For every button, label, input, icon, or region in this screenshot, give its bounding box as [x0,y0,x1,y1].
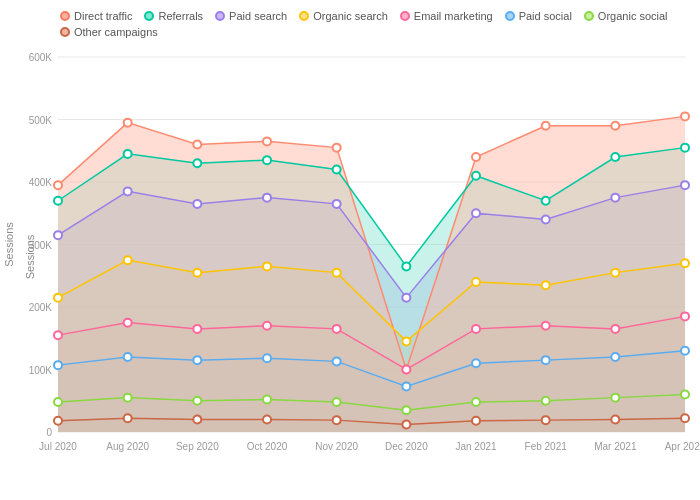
svg-point-73 [611,325,619,333]
legend-item-direct-traffic: Direct traffic [60,10,132,22]
svg-point-70 [402,366,410,374]
svg-point-65 [54,331,62,339]
svg-point-88 [263,396,271,404]
svg-point-64 [681,259,689,267]
svg-point-77 [193,356,201,364]
svg-point-75 [54,361,62,369]
chart-svg: 0100K200K300K400K500K600KJul 2020Aug 202… [0,42,700,472]
svg-point-81 [472,359,480,367]
svg-point-72 [542,322,550,330]
svg-point-32 [542,122,550,130]
svg-point-79 [333,357,341,365]
svg-point-87 [193,397,201,405]
svg-text:Feb 2021: Feb 2021 [525,441,568,452]
svg-point-69 [333,325,341,333]
svg-point-38 [263,156,271,164]
svg-point-71 [472,325,480,333]
svg-text:Mar 2021: Mar 2021 [594,441,637,452]
svg-point-101 [472,417,480,425]
legend-item-referrals: Referrals [144,10,203,22]
svg-text:Dec 2020: Dec 2020 [385,441,428,452]
svg-point-26 [124,119,132,127]
svg-point-90 [402,406,410,414]
svg-point-96 [124,414,132,422]
svg-point-78 [263,354,271,362]
svg-text:Apr 2021: Apr 2021 [665,441,700,452]
svg-point-44 [681,144,689,152]
svg-text:100K: 100K [29,365,53,376]
svg-point-89 [333,398,341,406]
svg-point-35 [54,197,62,205]
svg-point-60 [402,337,410,345]
legend: Direct trafficReferralsPaid searchOrgani… [0,0,700,42]
svg-point-48 [263,194,271,202]
svg-point-97 [193,416,201,424]
svg-point-76 [124,353,132,361]
svg-point-57 [193,269,201,277]
svg-point-36 [124,150,132,158]
svg-point-34 [681,112,689,120]
svg-point-47 [193,200,201,208]
svg-point-100 [402,421,410,429]
svg-text:600K: 600K [29,52,53,63]
svg-point-95 [54,417,62,425]
legend-item-paid-search: Paid search [215,10,287,22]
svg-point-55 [54,294,62,302]
svg-point-28 [263,137,271,145]
svg-point-50 [402,294,410,302]
svg-text:Oct 2020: Oct 2020 [247,441,288,452]
svg-point-103 [611,416,619,424]
svg-point-25 [54,181,62,189]
svg-text:Sep 2020: Sep 2020 [176,441,219,452]
svg-text:500K: 500K [29,115,53,126]
svg-point-85 [54,398,62,406]
svg-point-61 [472,278,480,286]
svg-text:Jan 2021: Jan 2021 [455,441,497,452]
svg-point-74 [681,312,689,320]
svg-point-63 [611,269,619,277]
svg-point-93 [611,394,619,402]
svg-point-52 [542,216,550,224]
svg-text:Jul 2020: Jul 2020 [39,441,77,452]
legend-item-other-campaigns: Other campaigns [60,26,158,38]
svg-point-104 [681,414,689,422]
svg-point-53 [611,194,619,202]
svg-point-82 [542,356,550,364]
svg-point-41 [472,172,480,180]
legend-item-email-marketing: Email marketing [400,10,493,22]
svg-point-66 [124,319,132,327]
chart-container: Direct trafficReferralsPaid searchOrgani… [0,0,700,500]
svg-point-39 [333,166,341,174]
svg-point-91 [472,398,480,406]
svg-point-40 [402,262,410,270]
legend-item-paid-social: Paid social [505,10,572,22]
svg-text:Aug 2020: Aug 2020 [106,441,149,452]
svg-point-67 [193,325,201,333]
svg-point-94 [681,391,689,399]
svg-text:0: 0 [46,427,52,438]
svg-point-99 [333,416,341,424]
svg-point-43 [611,153,619,161]
svg-point-80 [402,382,410,390]
svg-point-46 [124,187,132,195]
svg-point-59 [333,269,341,277]
svg-point-102 [542,416,550,424]
svg-point-68 [263,322,271,330]
svg-text:Nov 2020: Nov 2020 [315,441,358,452]
svg-point-37 [193,159,201,167]
svg-point-33 [611,122,619,130]
svg-point-29 [333,144,341,152]
svg-text:200K: 200K [29,302,53,313]
svg-point-98 [263,416,271,424]
svg-point-62 [542,281,550,289]
legend-item-organic-search: Organic search [299,10,388,22]
svg-point-27 [193,141,201,149]
svg-point-86 [124,394,132,402]
svg-text:400K: 400K [29,177,53,188]
svg-point-31 [472,153,480,161]
svg-text:Sessions: Sessions [3,222,15,267]
legend-item-organic-social: Organic social [584,10,668,22]
svg-point-51 [472,209,480,217]
svg-point-56 [124,256,132,264]
svg-point-42 [542,197,550,205]
